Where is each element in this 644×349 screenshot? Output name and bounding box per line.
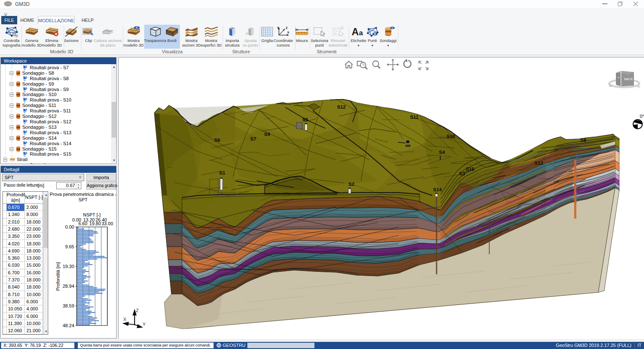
svg-text:S15: S15 xyxy=(466,167,475,172)
svg-text:S14: S14 xyxy=(433,187,442,192)
svg-text:Profondità [m]: Profondità [m] xyxy=(55,262,60,291)
svg-text:SPT: SPT xyxy=(78,197,88,202)
svg-text:·T: ·T xyxy=(617,76,619,79)
svg-text:S9: S9 xyxy=(264,132,270,137)
svg-text:33.00: 33.00 xyxy=(101,221,113,226)
svg-text:0.00: 0.00 xyxy=(65,224,74,229)
svg-text:S5: S5 xyxy=(302,117,309,122)
svg-text:6.60: 6.60 xyxy=(78,221,87,226)
svg-text:0°: 0° xyxy=(640,114,644,119)
svg-text:Prova penetrometrica dinamica: Prova penetrometrica dinamica - xyxy=(50,192,117,197)
svg-text:A: A xyxy=(352,26,359,37)
svg-text:S10: S10 xyxy=(447,134,455,139)
svg-text:19.30: 19.30 xyxy=(62,264,74,269)
svg-text:Y: Y xyxy=(277,26,279,30)
svg-text:X: X xyxy=(123,317,127,322)
svg-text:Y: Y xyxy=(143,322,146,327)
svg-text:S12: S12 xyxy=(337,104,345,109)
svg-text:BACK: BACK xyxy=(624,77,633,81)
svg-text:Z: Z xyxy=(136,308,139,313)
svg-text:X: X xyxy=(287,31,289,34)
svg-text:S11: S11 xyxy=(410,115,418,120)
svg-text:S1: S1 xyxy=(219,170,226,175)
svg-text:Z: Z xyxy=(286,26,288,30)
svg-text:S8: S8 xyxy=(580,138,587,143)
svg-text:9.65: 9.65 xyxy=(65,244,74,249)
svg-text:S2: S2 xyxy=(348,182,354,187)
svg-text:S7: S7 xyxy=(250,136,256,141)
svg-text:S6: S6 xyxy=(214,138,220,143)
svg-text:S13: S13 xyxy=(535,161,543,166)
svg-text:NSPT [-]: NSPT [-] xyxy=(83,212,101,217)
svg-text:28.94: 28.94 xyxy=(62,284,74,289)
svg-text:S4: S4 xyxy=(439,150,445,155)
svg-text:38.59: 38.59 xyxy=(62,303,74,308)
svg-text:48.24: 48.24 xyxy=(62,323,74,328)
svg-text:S3: S3 xyxy=(459,171,465,176)
svg-text:19.80: 19.80 xyxy=(89,221,101,226)
